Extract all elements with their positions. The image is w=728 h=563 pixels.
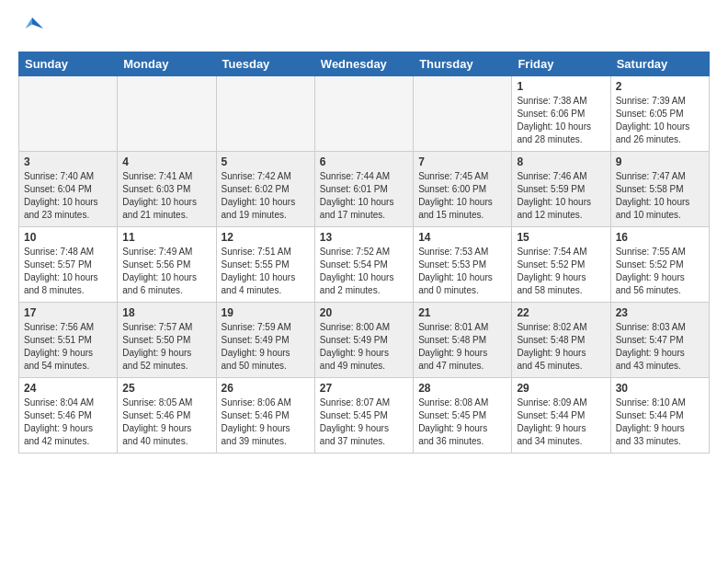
day-number: 27 <box>320 382 408 395</box>
day-info: Sunrise: 8:05 AM Sunset: 5:46 PM Dayligh… <box>122 396 210 448</box>
calendar-cell: 15Sunrise: 7:54 AM Sunset: 5:52 PM Dayli… <box>512 227 610 303</box>
day-info: Sunrise: 8:07 AM Sunset: 5:45 PM Dayligh… <box>320 396 408 448</box>
calendar-cell: 12Sunrise: 7:51 AM Sunset: 5:55 PM Dayli… <box>216 227 314 303</box>
day-info: Sunrise: 7:57 AM Sunset: 5:50 PM Dayligh… <box>122 321 210 373</box>
day-info: Sunrise: 7:44 AM Sunset: 6:01 PM Dayligh… <box>320 170 408 222</box>
day-info: Sunrise: 7:46 AM Sunset: 5:59 PM Dayligh… <box>517 170 605 222</box>
day-info: Sunrise: 7:53 AM Sunset: 5:53 PM Dayligh… <box>418 246 506 297</box>
calendar-cell: 22Sunrise: 8:02 AM Sunset: 5:48 PM Dayli… <box>512 303 610 378</box>
day-info: Sunrise: 8:01 AM Sunset: 5:48 PM Dayligh… <box>418 321 506 373</box>
day-number: 8 <box>517 155 605 168</box>
calendar-cell: 21Sunrise: 8:01 AM Sunset: 5:48 PM Dayli… <box>414 303 512 378</box>
day-number: 13 <box>320 231 408 244</box>
day-info: Sunrise: 7:40 AM Sunset: 6:04 PM Dayligh… <box>24 170 112 222</box>
day-info: Sunrise: 7:52 AM Sunset: 5:54 PM Dayligh… <box>320 246 408 297</box>
day-number: 26 <box>222 382 310 395</box>
calendar-cell: 16Sunrise: 7:55 AM Sunset: 5:52 PM Dayli… <box>610 227 709 303</box>
day-info: Sunrise: 7:56 AM Sunset: 5:51 PM Dayligh… <box>24 321 112 373</box>
calendar-cell: 25Sunrise: 8:05 AM Sunset: 5:46 PM Dayli… <box>118 378 216 454</box>
calendar-cell: 26Sunrise: 8:06 AM Sunset: 5:46 PM Dayli… <box>216 378 314 454</box>
day-number: 10 <box>24 231 112 244</box>
calendar-header-friday: Friday <box>512 52 610 76</box>
calendar-cell: 30Sunrise: 8:10 AM Sunset: 5:44 PM Dayli… <box>610 378 709 454</box>
day-info: Sunrise: 7:59 AM Sunset: 5:49 PM Dayligh… <box>222 321 310 373</box>
day-number: 12 <box>222 231 310 244</box>
calendar-week-2: 3Sunrise: 7:40 AM Sunset: 6:04 PM Daylig… <box>19 152 710 227</box>
day-number: 15 <box>517 231 605 244</box>
calendar-cell: 7Sunrise: 7:45 AM Sunset: 6:00 PM Daylig… <box>414 152 512 227</box>
day-number: 22 <box>517 306 605 319</box>
calendar-cell: 13Sunrise: 7:52 AM Sunset: 5:54 PM Dayli… <box>314 227 413 303</box>
calendar-cell <box>216 76 314 152</box>
calendar-cell <box>118 76 216 152</box>
day-number: 3 <box>24 155 112 168</box>
day-info: Sunrise: 7:54 AM Sunset: 5:52 PM Dayligh… <box>517 246 605 297</box>
svg-marker-0 <box>32 17 43 29</box>
logo-icon <box>18 15 46 42</box>
calendar-cell: 29Sunrise: 8:09 AM Sunset: 5:44 PM Dayli… <box>512 378 610 454</box>
calendar-week-1: 1Sunrise: 7:38 AM Sunset: 6:06 PM Daylig… <box>19 76 710 152</box>
calendar-cell: 18Sunrise: 7:57 AM Sunset: 5:50 PM Dayli… <box>118 303 216 378</box>
day-number: 14 <box>418 231 506 244</box>
day-info: Sunrise: 8:10 AM Sunset: 5:44 PM Dayligh… <box>616 396 704 448</box>
day-info: Sunrise: 8:08 AM Sunset: 5:45 PM Dayligh… <box>418 396 506 448</box>
day-number: 21 <box>418 306 506 319</box>
day-number: 1 <box>517 80 605 93</box>
day-info: Sunrise: 7:41 AM Sunset: 6:03 PM Dayligh… <box>122 170 210 222</box>
calendar-cell: 20Sunrise: 8:00 AM Sunset: 5:49 PM Dayli… <box>314 303 413 378</box>
day-info: Sunrise: 8:03 AM Sunset: 5:47 PM Dayligh… <box>616 321 704 373</box>
day-info: Sunrise: 8:06 AM Sunset: 5:46 PM Dayligh… <box>222 396 310 448</box>
calendar-cell: 1Sunrise: 7:38 AM Sunset: 6:06 PM Daylig… <box>512 76 610 152</box>
calendar-cell: 2Sunrise: 7:39 AM Sunset: 6:05 PM Daylig… <box>610 76 709 152</box>
calendar-week-5: 24Sunrise: 8:04 AM Sunset: 5:46 PM Dayli… <box>19 378 710 454</box>
day-info: Sunrise: 7:55 AM Sunset: 5:52 PM Dayligh… <box>616 246 704 297</box>
day-info: Sunrise: 7:45 AM Sunset: 6:00 PM Dayligh… <box>418 170 506 222</box>
day-info: Sunrise: 8:04 AM Sunset: 5:46 PM Dayligh… <box>24 396 112 448</box>
calendar-header-row: SundayMondayTuesdayWednesdayThursdayFrid… <box>19 52 710 76</box>
svg-marker-1 <box>26 17 33 29</box>
logo <box>18 15 50 42</box>
day-info: Sunrise: 7:38 AM Sunset: 6:06 PM Dayligh… <box>517 95 605 146</box>
calendar-cell: 23Sunrise: 8:03 AM Sunset: 5:47 PM Dayli… <box>610 303 709 378</box>
day-number: 17 <box>24 306 112 319</box>
calendar-table: SundayMondayTuesdayWednesdayThursdayFrid… <box>18 52 710 454</box>
calendar-cell <box>314 76 413 152</box>
day-info: Sunrise: 8:00 AM Sunset: 5:49 PM Dayligh… <box>320 321 408 373</box>
calendar-cell: 6Sunrise: 7:44 AM Sunset: 6:01 PM Daylig… <box>314 152 413 227</box>
calendar-cell: 28Sunrise: 8:08 AM Sunset: 5:45 PM Dayli… <box>414 378 512 454</box>
day-info: Sunrise: 7:42 AM Sunset: 6:02 PM Dayligh… <box>222 170 310 222</box>
day-number: 9 <box>616 155 704 168</box>
day-number: 6 <box>320 155 408 168</box>
day-info: Sunrise: 8:09 AM Sunset: 5:44 PM Dayligh… <box>517 396 605 448</box>
calendar-cell: 9Sunrise: 7:47 AM Sunset: 5:58 PM Daylig… <box>610 152 709 227</box>
calendar-cell: 27Sunrise: 8:07 AM Sunset: 5:45 PM Dayli… <box>314 378 413 454</box>
calendar-cell <box>19 76 118 152</box>
calendar-cell: 24Sunrise: 8:04 AM Sunset: 5:46 PM Dayli… <box>19 378 118 454</box>
calendar-cell: 14Sunrise: 7:53 AM Sunset: 5:53 PM Dayli… <box>414 227 512 303</box>
day-number: 16 <box>616 231 704 244</box>
calendar-cell: 11Sunrise: 7:49 AM Sunset: 5:56 PM Dayli… <box>118 227 216 303</box>
day-number: 29 <box>517 382 605 395</box>
calendar-header-monday: Monday <box>118 52 216 76</box>
calendar-cell: 4Sunrise: 7:41 AM Sunset: 6:03 PM Daylig… <box>118 152 216 227</box>
day-number: 24 <box>24 382 112 395</box>
calendar-header-saturday: Saturday <box>610 52 709 76</box>
day-number: 23 <box>616 306 704 319</box>
day-number: 5 <box>222 155 310 168</box>
calendar-header-wednesday: Wednesday <box>314 52 413 76</box>
calendar-cell: 5Sunrise: 7:42 AM Sunset: 6:02 PM Daylig… <box>216 152 314 227</box>
day-number: 2 <box>616 80 704 93</box>
day-info: Sunrise: 7:39 AM Sunset: 6:05 PM Dayligh… <box>616 95 704 146</box>
calendar-cell: 17Sunrise: 7:56 AM Sunset: 5:51 PM Dayli… <box>19 303 118 378</box>
calendar-cell: 8Sunrise: 7:46 AM Sunset: 5:59 PM Daylig… <box>512 152 610 227</box>
day-number: 28 <box>418 382 506 395</box>
day-number: 7 <box>418 155 506 168</box>
calendar-header-sunday: Sunday <box>19 52 118 76</box>
day-info: Sunrise: 7:48 AM Sunset: 5:57 PM Dayligh… <box>24 246 112 297</box>
calendar-header-tuesday: Tuesday <box>216 52 314 76</box>
day-number: 11 <box>122 231 210 244</box>
day-number: 4 <box>122 155 210 168</box>
day-info: Sunrise: 7:47 AM Sunset: 5:58 PM Dayligh… <box>616 170 704 222</box>
page: SundayMondayTuesdayWednesdayThursdayFrid… <box>0 0 728 563</box>
calendar-cell <box>414 76 512 152</box>
